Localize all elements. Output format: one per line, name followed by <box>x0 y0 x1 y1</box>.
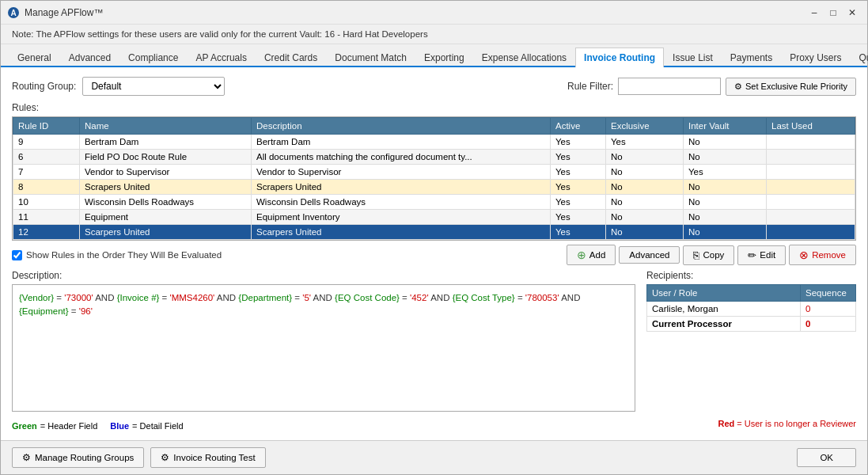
note-bar: Note: The APFlow settings for these user… <box>1 25 867 44</box>
rules-table: Rule ID Name Description Active Exclusiv… <box>13 117 855 240</box>
table-row[interactable]: 10Wisconsin Dells RoadwaysWisconsin Dell… <box>13 195 855 210</box>
tab-compliance[interactable]: Compliance <box>119 48 187 67</box>
blue-legend: Blue = Detail Field <box>110 421 183 431</box>
tab-credit-cards[interactable]: Credit Cards <box>256 48 326 67</box>
table-row[interactable]: 7Vendor to SupervisorVendor to Superviso… <box>13 165 855 180</box>
description-label: Description: <box>12 270 635 281</box>
tab-issue-list[interactable]: Issue List <box>664 48 722 67</box>
green-legend-equals: = Header Field <box>40 421 97 431</box>
bottom-section: Description: {Vendor} = '73000' AND {Inv… <box>12 270 856 412</box>
add-button[interactable]: ⊕ Add <box>567 245 616 265</box>
window-title: Manage APFlow™ <box>25 7 805 18</box>
table-row[interactable]: 9Bertram DamBertram DamYesYesNo <box>13 135 855 150</box>
main-content: Routing Group: Default Rule Filter: ⚙ Se… <box>1 67 867 440</box>
minimize-button[interactable]: – <box>805 4 823 21</box>
routing-group-select[interactable]: Default <box>82 77 225 96</box>
copy-button[interactable]: ⎘ Copy <box>683 245 734 265</box>
col-description[interactable]: Description <box>252 118 551 135</box>
rule-filter-label: Rule Filter: <box>567 81 613 92</box>
rules-table-container[interactable]: Rule ID Name Description Active Exclusiv… <box>12 116 856 241</box>
title-bar: A Manage APFlow™ – □ ✕ <box>1 1 867 25</box>
rule-filter-input[interactable] <box>618 78 721 95</box>
tab-quick-notes[interactable]: Quick Notes <box>851 48 868 67</box>
recipients-table: User / Role Sequence Carlisle, Morgan0Cu… <box>646 284 856 332</box>
add-icon: ⊕ <box>577 249 586 261</box>
recipients-label: Recipients: <box>646 270 856 281</box>
col-sequence[interactable]: Sequence <box>801 285 856 302</box>
green-legend: Green = Header Field <box>12 421 97 431</box>
routing-group-row: Routing Group: Default Rule Filter: ⚙ Se… <box>12 77 856 96</box>
tab-payments[interactable]: Payments <box>722 48 781 67</box>
routing-group-label: Routing Group: <box>12 81 76 92</box>
description-box: {Vendor} = '73000' AND {Invoice #} = 'MM… <box>12 284 635 412</box>
svg-text:A: A <box>10 9 16 17</box>
col-user-role[interactable]: User / Role <box>647 285 801 302</box>
table-row[interactable]: 12Scarpers UnitedScarpers UnitedYesNoNo <box>13 225 855 240</box>
edit-button[interactable]: ✏ Edit <box>737 245 786 265</box>
tab-expense-allocations[interactable]: Expense Allocations <box>473 48 575 67</box>
tab-invoice-routing[interactable]: Invoice Routing <box>575 48 664 67</box>
copy-icon: ⎘ <box>693 249 699 261</box>
tab-document-match[interactable]: Document Match <box>326 48 415 67</box>
show-rules-row: Show Rules in the Order They Will Be Eva… <box>12 250 222 260</box>
gear-icon: ⚙ <box>734 82 742 92</box>
table-row[interactable]: 6Field PO Doc Route RuleAll documents ma… <box>13 150 855 165</box>
note-text: Note: The APFlow settings for these user… <box>12 29 428 39</box>
list-item[interactable]: Carlisle, Morgan0 <box>647 302 856 317</box>
tab-proxy-users[interactable]: Proxy Users <box>781 48 850 67</box>
edit-icon: ✏ <box>748 249 756 261</box>
col-inter-vault[interactable]: Inter Vault <box>684 118 767 135</box>
list-item[interactable]: Current Processor0 <box>647 317 856 332</box>
col-active[interactable]: Active <box>551 118 606 135</box>
edit-label: Edit <box>760 250 775 260</box>
red-note: Red = User is no longer a Reviewer <box>718 419 856 428</box>
rule-filter-row: Rule Filter: ⚙ Set Exclusive Rule Priori… <box>567 78 856 96</box>
remove-label: Remove <box>812 250 846 260</box>
tab-general[interactable]: General <box>9 48 60 67</box>
blue-legend-label: Blue <box>110 421 129 431</box>
manage-routing-label: Manage Routing Groups <box>35 453 134 462</box>
blue-legend-equals: = Detail Field <box>132 421 184 431</box>
main-window: A Manage APFlow™ – □ ✕ Note: The APFlow … <box>0 0 868 475</box>
gear-icon-test: ⚙ <box>161 452 169 463</box>
remove-button[interactable]: ⊗ Remove <box>789 245 856 265</box>
green-legend-label: Green <box>12 421 37 431</box>
col-name[interactable]: Name <box>80 118 252 135</box>
set-exclusive-button[interactable]: ⚙ Set Exclusive Rule Priority <box>726 78 856 96</box>
col-rule-id[interactable]: Rule ID <box>13 118 80 135</box>
ok-button[interactable]: OK <box>797 448 856 467</box>
legend-row: Green = Header Field Blue = Detail Field <box>12 421 184 431</box>
description-section: Description: {Vendor} = '73000' AND {Inv… <box>12 270 635 412</box>
maximize-button[interactable]: □ <box>824 4 842 21</box>
action-buttons: ⊕ Add Advanced ⎘ Copy ✏ Edit ⊗ Remove <box>567 245 856 265</box>
gear-icon-footer: ⚙ <box>22 452 31 463</box>
remove-icon: ⊗ <box>799 249 809 261</box>
col-exclusive[interactable]: Exclusive <box>606 118 684 135</box>
window-controls: – □ ✕ <box>805 4 861 21</box>
set-exclusive-label: Set Exclusive Rule Priority <box>745 82 847 91</box>
tab-ap-accruals[interactable]: AP Accruals <box>187 48 255 67</box>
footer: ⚙ Manage Routing Groups ⚙ Invoice Routin… <box>1 440 867 474</box>
tabs-bar: General Advanced Compliance AP Accruals … <box>1 44 867 67</box>
col-last-used[interactable]: Last Used <box>767 118 855 135</box>
show-rules-checkbox[interactable] <box>12 250 22 260</box>
advanced-label: Advanced <box>629 250 669 260</box>
app-icon: A <box>7 6 20 19</box>
table-row[interactable]: 11EquipmentEquipment InventoryYesNoNo <box>13 210 855 225</box>
tab-advanced[interactable]: Advanced <box>60 48 119 67</box>
invoice-routing-test-button[interactable]: ⚙ Invoice Routing Test <box>150 447 265 468</box>
advanced-button[interactable]: Advanced <box>619 246 680 264</box>
red-legend-equals: = User is no longer a Reviewer <box>737 419 856 428</box>
manage-routing-groups-button[interactable]: ⚙ Manage Routing Groups <box>12 447 144 468</box>
invoice-routing-test-label: Invoice Routing Test <box>173 453 255 462</box>
red-legend-label: Red <box>718 419 734 428</box>
tab-exporting[interactable]: Exporting <box>415 48 473 67</box>
add-label: Add <box>589 250 605 260</box>
rules-label: Rules: <box>12 102 856 113</box>
close-button[interactable]: ✕ <box>843 4 861 21</box>
copy-label: Copy <box>703 250 724 260</box>
table-row[interactable]: 8Scrapers UnitedScrapers UnitedYesNoNo <box>13 180 855 195</box>
recipients-section: Recipients: User / Role Sequence Carlisl… <box>646 270 856 412</box>
show-rules-label: Show Rules in the Order They Will Be Eva… <box>26 250 222 260</box>
